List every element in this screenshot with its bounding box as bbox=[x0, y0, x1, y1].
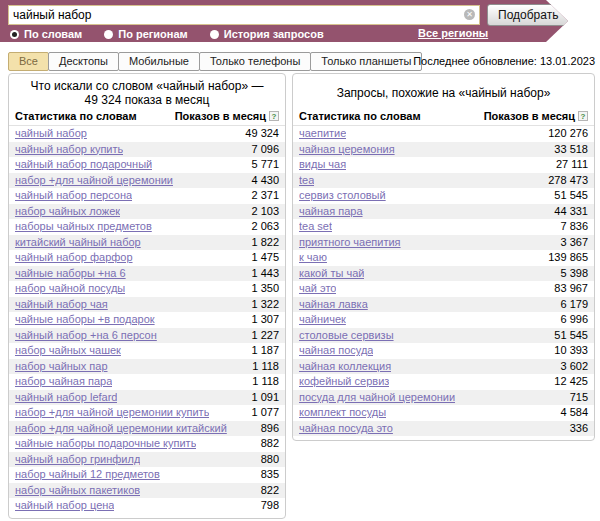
tab-all[interactable]: Все bbox=[8, 52, 49, 71]
keyword-link[interactable]: набор чайных ложек bbox=[15, 206, 120, 218]
impressions-value: 1 077 bbox=[243, 407, 279, 419]
impressions-value: 1 822 bbox=[243, 237, 279, 249]
impressions-value: 5 398 bbox=[552, 268, 588, 280]
table-row: чайная посуда10 393 bbox=[293, 343, 594, 359]
tab-tablets-only[interactable]: Только планшеты bbox=[310, 52, 422, 71]
keyword-link[interactable]: набор чайных чашек bbox=[15, 345, 121, 357]
table-row: набор +для чайной церемонии китайский896 bbox=[9, 421, 285, 437]
keyword-link[interactable]: приятного чаепития bbox=[299, 237, 401, 249]
keyword-link[interactable]: чайный набор +на 6 персон bbox=[15, 330, 157, 342]
table-row: набор чайных пакетиков822 bbox=[9, 483, 285, 499]
keyword-link[interactable]: чайный набор фарфор bbox=[15, 252, 133, 264]
keyword-link[interactable]: чайная посуда это bbox=[299, 423, 393, 435]
keyword-link[interactable]: чайничек bbox=[299, 314, 346, 326]
search-input[interactable] bbox=[8, 5, 480, 25]
table-row: чайный набор персона2 371 bbox=[9, 188, 285, 204]
keyword-link[interactable]: комплект посуды bbox=[299, 407, 386, 419]
help-icon[interactable]: ? bbox=[578, 111, 588, 121]
keyword-link[interactable]: чайный набор цена bbox=[15, 500, 114, 512]
keyword-link[interactable]: набор +для чайной церемонии китайский bbox=[15, 423, 227, 435]
impressions-value: 1 475 bbox=[243, 252, 279, 264]
table-row: какой ты чай5 398 bbox=[293, 266, 594, 282]
keyword-link[interactable]: набор чайный 12 предметов bbox=[15, 469, 160, 481]
keyword-link[interactable]: чайный набор lefard bbox=[15, 392, 117, 404]
keyword-link[interactable]: набор +для чайной церемонии купить bbox=[15, 407, 209, 419]
keyword-link[interactable]: к чаю bbox=[299, 252, 327, 264]
keyword-link[interactable]: чай это bbox=[299, 283, 336, 295]
mode-label: История запросов bbox=[224, 28, 324, 40]
keyword-link[interactable]: чайный набор купить bbox=[15, 144, 123, 156]
keyword-link[interactable]: чайные наборы +на 6 bbox=[15, 268, 126, 280]
table-row: набор чайный 12 предметов835 bbox=[9, 467, 285, 483]
panel-containing-queries: Что искали со словом «чайный набор» — 49… bbox=[8, 73, 286, 519]
table-row: чайный набор +на 6 персон1 227 bbox=[9, 328, 285, 344]
keyword-link[interactable]: чайная лавка bbox=[299, 299, 368, 311]
radio-icon[interactable] bbox=[104, 30, 113, 39]
help-icon[interactable]: ? bbox=[269, 111, 279, 121]
impressions-value: 3 367 bbox=[552, 237, 588, 249]
keyword-link[interactable]: tea bbox=[299, 175, 314, 187]
keyword-link[interactable]: набор чайной посуды bbox=[15, 283, 125, 295]
keyword-link[interactable]: китайский чайный набор bbox=[15, 237, 141, 249]
tab-mobile[interactable]: Мобильные bbox=[118, 52, 200, 71]
keyword-link[interactable]: сервиз столовый bbox=[299, 190, 386, 202]
keyword-link[interactable]: чайная церемония bbox=[299, 144, 395, 156]
last-update-text: Последнее обновление: 13.01.2023 bbox=[413, 55, 595, 67]
impressions-value: 51 545 bbox=[546, 330, 588, 342]
submit-button[interactable]: Подобрать bbox=[487, 4, 569, 26]
keyword-link[interactable]: посуда для чайной церемонии bbox=[299, 392, 455, 404]
keyword-link[interactable]: чаепитие bbox=[299, 128, 346, 140]
radio-icon[interactable] bbox=[210, 30, 219, 39]
keyword-link[interactable]: tea set bbox=[299, 221, 332, 233]
impressions-value: 4 584 bbox=[552, 407, 588, 419]
keyword-link[interactable]: какой ты чай bbox=[299, 268, 364, 280]
keyword-link[interactable]: набор чайных пар bbox=[15, 361, 108, 373]
column-impressions-label: Показов в месяц bbox=[484, 110, 575, 122]
keyword-link[interactable]: кофейный сервиз bbox=[299, 376, 389, 388]
impressions-value: 1 322 bbox=[243, 299, 279, 311]
impressions-value: 1 443 bbox=[243, 268, 279, 280]
table-row: китайский чайный набор1 822 bbox=[9, 235, 285, 251]
mode-by-words[interactable]: По словам bbox=[10, 28, 82, 40]
table-row: набор чайных ложек2 103 bbox=[9, 204, 285, 220]
keyword-link[interactable]: чайные наборы подарочные купить bbox=[15, 438, 196, 450]
radio-icon[interactable] bbox=[10, 30, 19, 39]
impressions-value: 6 996 bbox=[552, 314, 588, 326]
table-row: виды чая27 111 bbox=[293, 157, 594, 173]
keyword-link[interactable]: чайный набор bbox=[15, 128, 87, 140]
table-row: чайный набор чая1 322 bbox=[9, 297, 285, 313]
keyword-link[interactable]: чайный набор персона bbox=[15, 190, 132, 202]
tab-phones-only[interactable]: Только телефоны bbox=[199, 52, 311, 71]
keyword-link[interactable]: чайная пара bbox=[299, 206, 363, 218]
keyword-link[interactable]: набор +для чайной церемонии bbox=[15, 175, 173, 187]
table-row: tea set7 836 bbox=[293, 219, 594, 235]
keyword-link[interactable]: виды чая bbox=[299, 159, 346, 171]
keyword-link[interactable]: чайная посуда bbox=[299, 345, 373, 357]
keyword-link[interactable]: чайный набор чая bbox=[15, 299, 108, 311]
impressions-value: 1 118 bbox=[244, 376, 279, 388]
table-row: чайный набор фарфор1 475 bbox=[9, 250, 285, 266]
table-row: tea278 473 bbox=[293, 173, 594, 189]
impressions-value: 798 bbox=[253, 500, 279, 512]
impressions-value: 278 473 bbox=[540, 175, 588, 187]
impressions-value: 2 063 bbox=[243, 221, 279, 233]
mode-query-history[interactable]: История запросов bbox=[210, 28, 324, 40]
tab-desktops[interactable]: Десктопы bbox=[48, 52, 119, 71]
table-header: Статистика по словам Показов в месяц? bbox=[293, 106, 594, 126]
keyword-link[interactable]: набор чайных пакетиков bbox=[15, 485, 140, 497]
keyword-link[interactable]: наборы чайных предметов bbox=[15, 221, 152, 233]
table-body: чайный набор49 324чайный набор купить7 0… bbox=[9, 126, 285, 514]
keyword-link[interactable]: чайная коллекция bbox=[299, 361, 391, 373]
keyword-link[interactable]: столовые сервизы bbox=[299, 330, 394, 342]
impressions-value: 835 bbox=[253, 469, 279, 481]
impressions-value: 44 331 bbox=[546, 206, 588, 218]
keyword-link[interactable]: чайный набор подарочный bbox=[15, 159, 152, 171]
clear-icon[interactable]: ✕ bbox=[464, 9, 475, 20]
keyword-link[interactable]: набор чайная пара bbox=[15, 376, 112, 388]
keyword-link[interactable]: чайные наборы +в подарок bbox=[15, 314, 155, 326]
table-row: комплект посуды4 584 bbox=[293, 405, 594, 421]
all-regions-link[interactable]: Все регионы bbox=[418, 27, 488, 39]
mode-by-regions[interactable]: По регионам bbox=[104, 28, 187, 40]
impressions-value: 1 187 bbox=[243, 345, 279, 357]
keyword-link[interactable]: чайный набор гринфилд bbox=[15, 454, 140, 466]
